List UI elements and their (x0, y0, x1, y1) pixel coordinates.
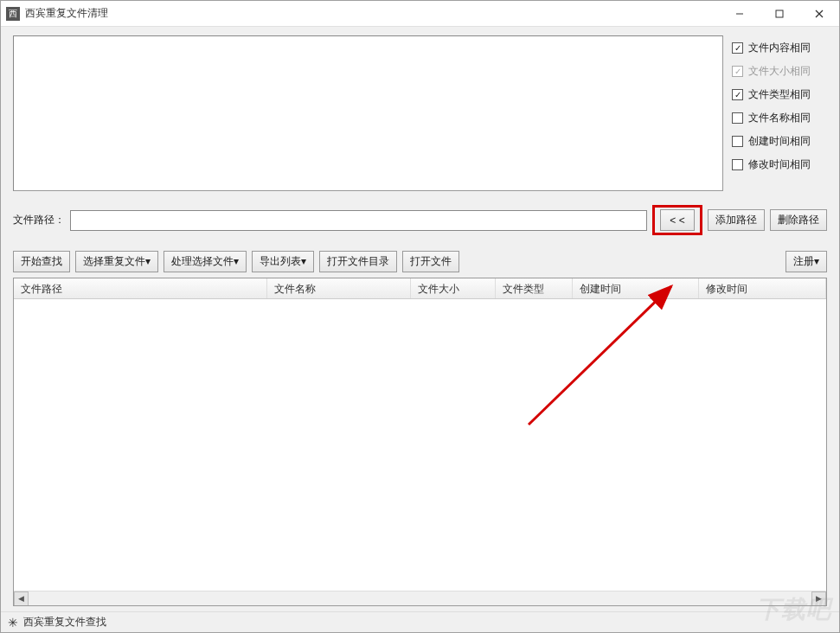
path-input[interactable] (70, 210, 647, 231)
column-header[interactable]: 文件类型 (496, 278, 572, 298)
checkbox-label: 文件大小相同 (748, 64, 811, 79)
content-area: ✓文件内容相同✓文件大小相同✓文件类型相同文件名称相同创建时间相同修改时间相同 … (1, 27, 839, 611)
open-file-button[interactable]: 打开文件 (402, 251, 459, 272)
highlight-box: < < (652, 205, 702, 235)
match-criteria-panel: ✓文件内容相同✓文件大小相同✓文件类型相同文件名称相同创建时间相同修改时间相同 (732, 35, 827, 191)
criteria-checkbox-2[interactable]: ✓文件类型相同 (732, 87, 827, 102)
criteria-checkbox-1: ✓文件大小相同 (732, 64, 827, 79)
column-header[interactable]: 文件大小 (411, 278, 496, 298)
checkbox-label: 修改时间相同 (748, 157, 811, 172)
minimize-button[interactable] (720, 1, 760, 27)
criteria-checkbox-4[interactable]: 创建时间相同 (732, 134, 827, 149)
open-folder-button[interactable]: 打开文件目录 (319, 251, 397, 272)
column-header[interactable]: 文件名称 (267, 278, 411, 298)
checkbox-label: 文件内容相同 (748, 41, 811, 55)
criteria-checkbox-0[interactable]: ✓文件内容相同 (732, 41, 827, 55)
status-text: 西宾重复文件查找 (23, 615, 106, 630)
checkbox-label: 文件类型相同 (748, 87, 811, 102)
close-icon (815, 10, 824, 18)
window-controls (720, 1, 839, 27)
scroll-right-icon[interactable]: ▶ (811, 591, 826, 606)
criteria-checkbox-5[interactable]: 修改时间相同 (732, 157, 827, 172)
process-selected-button[interactable]: 处理选择文件▾ (164, 251, 247, 272)
table-body[interactable] (14, 299, 826, 591)
window-title: 西宾重复文件清理 (25, 6, 720, 21)
table-header: 文件路径文件名称文件大小文件类型创建时间修改时间 (14, 278, 826, 299)
checkbox-label: 创建时间相同 (748, 134, 811, 149)
horizontal-scrollbar[interactable]: ◀ ▶ (14, 591, 826, 605)
export-list-button[interactable]: 导出列表▾ (252, 251, 314, 272)
column-header[interactable]: 修改时间 (699, 278, 826, 298)
checkbox-icon: ✓ (732, 89, 743, 100)
top-row: ✓文件内容相同✓文件大小相同✓文件类型相同文件名称相同创建时间相同修改时间相同 (13, 35, 827, 191)
titlebar: 西 西宾重复文件清理 (1, 1, 839, 27)
add-path-button[interactable]: 添加路径 (708, 209, 765, 231)
path-history-button[interactable]: < < (660, 209, 695, 231)
statusbar: ✳ 西宾重复文件查找 (1, 611, 839, 632)
column-header[interactable]: 创建时间 (573, 278, 700, 298)
checkbox-icon (732, 159, 743, 170)
svg-rect-1 (776, 10, 783, 17)
checkbox-icon: ✓ (732, 66, 743, 77)
path-label: 文件路径： (13, 213, 65, 227)
results-table: 文件路径文件名称文件大小文件类型创建时间修改时间 ◀ ▶ (13, 278, 827, 606)
select-duplicates-button[interactable]: 选择重复文件▾ (75, 251, 158, 272)
maximize-button[interactable] (760, 1, 799, 27)
scroll-left-icon[interactable]: ◀ (14, 591, 29, 606)
criteria-checkbox-3[interactable]: 文件名称相同 (732, 111, 827, 125)
checkbox-label: 文件名称相同 (748, 111, 811, 125)
register-button[interactable]: 注册▾ (785, 251, 827, 272)
status-icon: ✳ (8, 616, 18, 630)
action-toolbar: 开始查找 选择重复文件▾ 处理选择文件▾ 导出列表▾ 打开文件目录 打开文件 注… (13, 251, 827, 272)
checkbox-icon (732, 112, 743, 124)
path-list-textarea[interactable] (13, 35, 723, 191)
checkbox-icon: ✓ (732, 42, 743, 54)
remove-path-button[interactable]: 删除路径 (770, 209, 827, 231)
column-header[interactable]: 文件路径 (14, 278, 267, 298)
start-search-button[interactable]: 开始查找 (13, 251, 70, 272)
checkbox-icon (732, 136, 743, 147)
maximize-icon (775, 10, 784, 18)
app-icon: 西 (6, 7, 20, 21)
path-row: 文件路径： < < 添加路径 删除路径 (13, 205, 827, 235)
minimize-icon (735, 10, 744, 18)
app-window: 西 西宾重复文件清理 ✓文件内容相同✓文件大小相同✓文件类型相同文件名称相同创建… (0, 0, 840, 633)
close-button[interactable] (799, 1, 839, 27)
